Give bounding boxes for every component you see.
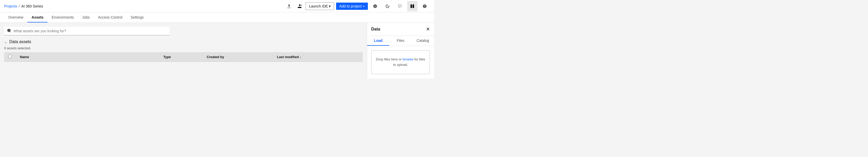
main-layout: ⌄ Data assets 0 assets selected. Name Ty… [0,23,434,78]
top-bar-actions: Launch IDE ▾ Add to project + [285,1,430,11]
tab-environments[interactable]: Environments [48,13,78,23]
panel-icon [410,4,414,8]
panel-tab-load[interactable]: Load [367,36,389,46]
panel-icon-button[interactable] [407,1,417,11]
section-header: ⌄ Data assets [4,39,363,44]
breadcrumb-current: AI 360 Series [21,4,43,8]
launch-ide-chevron-icon: ▾ [329,4,331,8]
launch-ide-button[interactable]: Launch IDE ▾ [306,2,334,10]
panel-tab-files[interactable]: Files [389,36,411,46]
assets-count: 0 assets selected. [4,46,363,50]
tab-settings[interactable]: Settings [127,13,148,23]
add-to-project-button[interactable]: Add to project + [336,3,368,10]
tab-assets[interactable]: Assets [27,13,48,23]
add-project-plus-icon: + [363,4,365,8]
table-header-row: Name Type Created by Last modified ↓ [4,52,363,62]
svg-rect-0 [410,4,412,8]
upload-icon-button[interactable] [285,2,293,10]
content-area: ⌄ Data assets 0 assets selected. Name Ty… [0,23,367,78]
panel-body: Drop files here or browse for files to u… [367,46,434,78]
breadcrumb: Projects / AI 360 Series [4,4,43,8]
sort-icon: ↓ [300,55,302,59]
nav-tabs: Overview Assets Environments Jobs Access… [0,12,434,23]
panel-title: Data [371,27,380,32]
collapse-icon[interactable]: ⌄ [4,40,7,44]
launch-ide-label: Launch IDE [309,4,328,8]
top-bar: Projects / AI 360 Series Launch IDE ▾ Ad… [0,0,434,12]
help-icon-button[interactable] [420,1,430,11]
upload-icon [287,4,291,8]
chat-icon-button[interactable] [395,1,405,11]
tab-overview[interactable]: Overview [4,13,27,23]
add-collaborator-icon-button[interactable] [295,2,304,10]
add-project-label: Add to project [339,4,362,8]
panel-close-button[interactable]: ✕ [426,27,430,32]
history-icon [385,4,390,8]
drop-zone-browse-link[interactable]: browse [402,57,413,61]
history-icon-button[interactable] [382,1,393,11]
tab-jobs[interactable]: Jobs [78,13,94,23]
search-icon [7,29,11,33]
chat-icon [398,4,402,8]
svg-rect-1 [412,4,414,8]
select-all-checkbox-cell[interactable] [4,52,16,62]
select-all-checkbox[interactable] [8,55,11,58]
breadcrumb-separator: / [19,4,20,8]
add-user-icon [297,4,302,8]
col-header-last-modified[interactable]: Last modified ↓ [273,52,363,62]
panel-tab-catalog[interactable]: Catalog [412,36,434,46]
tab-access-control[interactable]: Access Control [94,13,126,23]
col-header-type[interactable]: Type [159,52,203,62]
drop-zone[interactable]: Drop files here or browse for files to u… [371,50,430,74]
help-icon [423,4,427,8]
panel-header: Data ✕ [367,23,434,36]
section-title: Data assets [9,39,31,44]
search-bar [4,27,169,35]
breadcrumb-projects-link[interactable]: Projects [4,4,17,8]
search-input[interactable] [13,29,166,33]
info-icon [373,4,377,8]
drop-zone-text-before: Drop files here or [376,57,402,61]
col-header-name[interactable]: Name [16,52,159,62]
panel-tabs: Load Files Catalog [367,36,434,46]
col-header-created-by[interactable]: Created by [203,52,273,62]
info-icon-button[interactable] [370,1,380,11]
right-panel: Data ✕ Load Files Catalog Drop files her… [367,23,434,78]
assets-table: Name Type Created by Last modified ↓ [4,52,363,62]
